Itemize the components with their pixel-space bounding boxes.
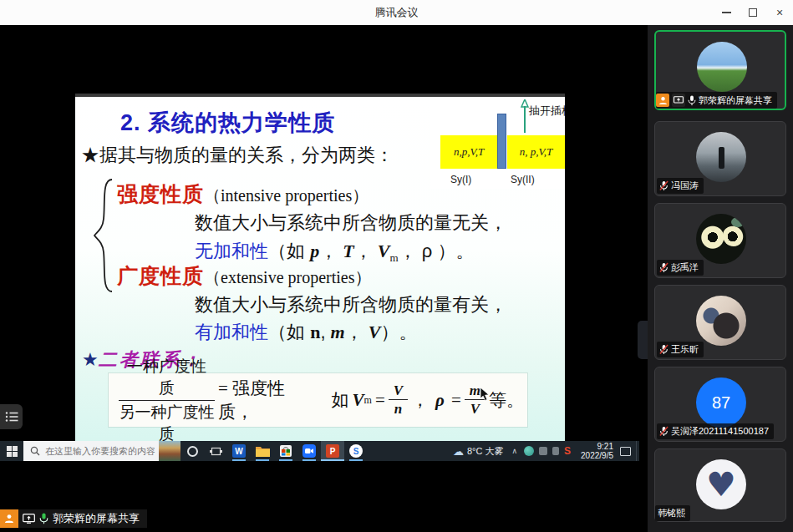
tray-app-icon[interactable] [552, 447, 559, 455]
slide-title: 2. 系统的热力学性质 [120, 108, 335, 138]
tray-gray-icon [552, 447, 559, 455]
file-explorer-icon [256, 445, 270, 457]
search-input[interactable] [23, 441, 180, 461]
share-banner-label: 郭荣辉的屏幕共享 [53, 511, 140, 526]
taskbar-explorer-button[interactable] [251, 441, 274, 461]
action-center-icon[interactable] [620, 447, 631, 456]
participant-name: 韩铭熙 [658, 507, 685, 519]
mouse-cursor-icon [480, 388, 490, 402]
participant-tile[interactable]: ♥ 韩铭熙 [654, 448, 786, 522]
maximize-icon [749, 8, 757, 17]
vn-fraction: V n [389, 383, 408, 418]
taskbar-clock[interactable]: 9:21 2022/9/5 [581, 442, 613, 460]
slide-bullet-classification: ★据其与物质的量的关系，分为两类： [81, 143, 394, 168]
tray-app-icon[interactable] [539, 447, 547, 455]
participant-tile[interactable]: 冯国涛 [654, 121, 786, 196]
cloud-icon: ☁ [453, 445, 464, 458]
running-indicator [279, 459, 292, 461]
word-icon: W [232, 444, 246, 458]
participant-tile[interactable]: 87 吴润泽20211141500187 [654, 367, 786, 442]
member-badge-icon [0, 509, 18, 528]
taskbar-meeting-button[interactable] [297, 441, 321, 461]
tencent-meeting-window: { "titlebar": { "title": "腾讯会议" }, "icon… [0, 0, 793, 532]
sogou-browser-icon: S [349, 444, 363, 458]
screen-share-stage: 2. 系统的热力学性质 抽开插板 n,p,V,T n, p,V,T Sy(I) … [0, 25, 648, 532]
extensive-examples: 有加和性（如 n, m， V）。 [195, 320, 418, 345]
taskbar-sogou-button[interactable]: S [344, 441, 368, 461]
screen-share-icon [672, 94, 685, 107]
powerpoint-icon: P [326, 444, 339, 458]
presentation-slide: 2. 系统的热力学性质 抽开插板 n,p,V,T n, p,V,T Sy(I) … [75, 94, 565, 441]
avatar [696, 132, 746, 182]
participant-tile[interactable]: 彭禹洋 [654, 203, 786, 278]
running-indicator [349, 459, 363, 461]
sogou-input-tray-icon[interactable]: S [564, 445, 571, 457]
mic-muted-icon [659, 344, 668, 355]
cortana-button[interactable] [180, 441, 204, 461]
participant-name: 王乐昕 [671, 343, 699, 356]
diagram-sys-right-label: Sy(II) [511, 174, 535, 185]
relation-formula: 一种广度性质 另一种广度性质 = 强度性质， 如 Vm = V n ， ρ = … [109, 373, 527, 427]
clock-time: 9:21 [597, 442, 613, 451]
avatar: ♥ [696, 459, 746, 509]
show-desktop-button[interactable] [636, 441, 639, 461]
taskbar-store-button[interactable] [274, 441, 297, 461]
screen-share-icon [23, 514, 35, 524]
member-badge-icon [656, 94, 669, 107]
participants-sidebar: 郭荣辉的屏幕共享 冯国涛 彭禹洋 [648, 25, 793, 532]
store-icon [279, 444, 292, 458]
participant-name: 吴润泽20211141500187 [671, 425, 769, 438]
system-diagram: 抽开插板 n,p,V,T n, p,V,T Sy(I) Sy(II) [430, 97, 565, 189]
task-view-button[interactable] [204, 441, 227, 461]
tray-gray-icon [539, 447, 547, 455]
window-title: 腾讯会议 [375, 5, 419, 20]
window-controls: × [713, 0, 793, 25]
running-indicator [232, 459, 246, 461]
intensive-desc: 数值大小与系统中所含物质的量无关， [195, 210, 507, 236]
search-icon [30, 446, 40, 456]
meeting-tray-icon [524, 446, 534, 456]
mic-muted-icon [659, 262, 668, 273]
mic-on-icon [688, 95, 696, 106]
tray-expand-button[interactable]: ∧ [511, 447, 517, 455]
participant-tile[interactable]: 王乐昕 [654, 285, 786, 360]
diagram-box-left: n,p,V,T [440, 135, 497, 169]
cortana-icon [187, 446, 198, 457]
taskbar-word-button[interactable]: W [227, 441, 251, 461]
taskbar-search-box[interactable] [23, 441, 180, 461]
extensive-term: 广度性质（extensive properties） [117, 262, 372, 290]
system-tray: ☁ 8°C 大雾 ∧ S 9:21 2022/9/5 [453, 441, 639, 461]
search-highlight-image[interactable] [159, 441, 180, 461]
diagram-box-right: n, p,V,T [507, 135, 565, 169]
tencent-meeting-icon [302, 444, 316, 458]
avatar: 87 [696, 377, 746, 428]
participant-name: 彭禹洋 [671, 261, 699, 274]
task-view-icon [210, 446, 222, 457]
running-indicator [256, 459, 269, 461]
partition-bar [497, 114, 506, 169]
mic-muted-icon [659, 180, 668, 191]
minimize-button[interactable] [713, 0, 740, 25]
close-button[interactable]: × [766, 0, 793, 25]
participant-name: 冯国涛 [671, 180, 699, 192]
heart-icon: ♥ [706, 468, 736, 501]
close-icon: × [776, 7, 783, 18]
windows-taskbar: W P [0, 441, 639, 461]
maximize-button[interactable] [740, 0, 766, 25]
running-indicator [302, 459, 316, 461]
start-button[interactable] [0, 441, 23, 461]
ratio-fraction: 一种广度性质 另一种广度性质 [119, 356, 215, 442]
meeting-panel-toggle-button[interactable] [0, 404, 23, 429]
sidebar-collapse-handle[interactable] [638, 321, 648, 359]
tray-app-icon[interactable] [524, 446, 534, 456]
intensive-examples: 无加和性（如 p， T， Vm， ρ ）。 [195, 239, 474, 265]
minimize-icon [722, 12, 731, 13]
intensive-term: 强度性质（intensive properties） [117, 180, 369, 208]
mic-muted-icon [659, 426, 668, 437]
clock-date: 2022/9/5 [581, 451, 613, 460]
taskbar-powerpoint-button[interactable]: P [321, 441, 344, 461]
weather-widget[interactable]: ☁ 8°C 大雾 [453, 445, 504, 458]
avatar [696, 296, 746, 346]
extensive-desc: 数值大小与系统中所含物质的量有关， [195, 292, 507, 317]
participant-tile-sharer[interactable]: 郭荣辉的屏幕共享 [654, 30, 786, 110]
